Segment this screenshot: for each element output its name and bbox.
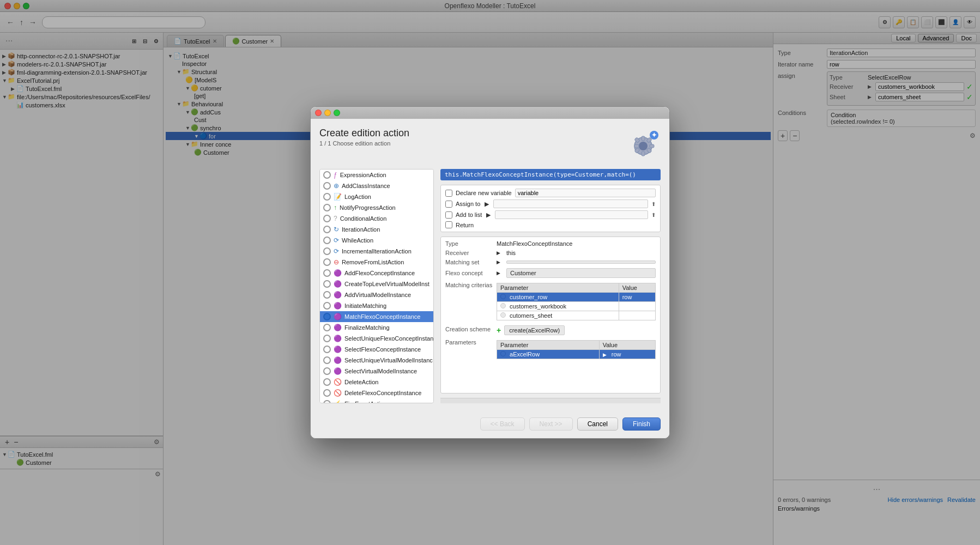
assign-to-input[interactable]	[493, 199, 648, 208]
action-dot	[323, 215, 331, 222]
notify-icon: ↑	[334, 204, 337, 211]
action-label: DeleteAction	[344, 379, 378, 385]
action-item-initiate[interactable]: 🟣 InitiateMatching	[320, 300, 433, 311]
create-edition-action-dialog: Create edition action 1 / 1 Choose editi…	[310, 106, 670, 439]
action-item-createtop[interactable]: 🟣 CreateTopLevelVirtualModelInst	[320, 278, 433, 289]
action-item-deleteflexo[interactable]: 🚫 DeleteFlexoConceptInstance	[320, 387, 433, 398]
action-item-iteration[interactable]: ↻ IterationAction	[320, 224, 433, 235]
action-dot	[323, 193, 331, 201]
matching-criterias-row: Matching criterias Parameter Value	[445, 281, 656, 320]
add-to-list-checkbox[interactable]	[445, 211, 452, 219]
matching-param-3: cutomers_sheet	[497, 311, 619, 320]
selflex-icon: 🟣	[334, 346, 342, 353]
params-row-1[interactable]: aExcelRow ▶ row	[497, 350, 656, 359]
addvirt-icon: 🟣	[334, 291, 342, 299]
dialog-max-btn[interactable]	[334, 110, 340, 116]
return-checkbox[interactable]	[445, 221, 452, 228]
log-icon: 📝	[334, 193, 342, 201]
matching-criterias-table-wrapper: Parameter Value customer_r	[497, 281, 656, 320]
expr-icon: ƒ	[334, 171, 337, 179]
action-item-while[interactable]: ⟳ WhileAction	[320, 235, 433, 246]
variable-input[interactable]	[515, 189, 656, 197]
detail-matching-set-label: Matching set	[445, 259, 494, 265]
matching-row-2[interactable]: customers_workbook	[497, 302, 656, 311]
matching-row-3[interactable]: cutomers_sheet	[497, 311, 656, 320]
action-label: ConditionalAction	[340, 215, 387, 222]
dialog-titlebar	[311, 107, 669, 119]
action-dot	[323, 237, 331, 244]
detail-type-value: MatchFlexoConceptInstance	[497, 240, 656, 247]
params-value-header: Value	[599, 341, 655, 350]
dialog-right-panel: this.MatchFlexoConceptInstance(type=Cust…	[440, 169, 661, 403]
action-item-addclass[interactable]: ⊕ AddClassInstance	[320, 180, 433, 191]
cancel-button[interactable]: Cancel	[577, 417, 618, 431]
createtop-icon: 🟣	[334, 280, 342, 288]
parameters-row: Parameters Parameter Value	[445, 338, 656, 359]
action-item-selectflexo[interactable]: 🟣 SelectFlexoConceptInstance	[320, 344, 433, 355]
params-bullet-1	[500, 351, 506, 356]
params-table: Parameter Value aExcelRow	[497, 340, 656, 359]
svg-rect-5	[650, 144, 654, 148]
action-item-delete[interactable]: 🚫 DeleteAction	[320, 377, 433, 387]
action-item-fireevent[interactable]: ⚡ FireEventAction	[320, 398, 433, 403]
declare-variable-row: Declare new variable	[445, 189, 656, 197]
action-item-removefromlist[interactable]: ⊖ RemoveFromListAction	[320, 257, 433, 268]
action-item-notify[interactable]: ↑ NotifyProgressAction	[320, 202, 433, 213]
dialog-scrollbar[interactable]	[440, 398, 661, 403]
detail-receiver-label: Receiver	[445, 250, 494, 256]
action-item-addflexo[interactable]: 🟣 AddFlexoConceptInstance	[320, 268, 433, 278]
action-item-finalize[interactable]: 🟣 FinalizeMatching	[320, 322, 433, 333]
dialog-gear-icon: ✦	[626, 128, 661, 162]
dialog-close-btn[interactable]	[315, 110, 322, 116]
detail-receiver-value: this	[506, 250, 656, 256]
detail-flexo-concept-label: Flexo concept	[445, 270, 494, 276]
assign-to-label: Assign to	[456, 201, 480, 207]
seluniq-icon: 🟣	[334, 335, 342, 342]
action-label: AddClassInstance	[342, 183, 390, 189]
return-row: Return	[445, 221, 656, 228]
add-to-list-arrow[interactable]: ▶	[485, 211, 492, 219]
assign-to-checkbox[interactable]	[445, 201, 452, 208]
assign-to-arrow[interactable]: ▶	[483, 201, 490, 208]
dialog-min-btn[interactable]	[324, 110, 331, 116]
action-label: IncrementalIterationAction	[342, 248, 412, 255]
action-item-selectunique[interactable]: 🟣 SelectUniqueFlexoConceptInstanc	[320, 333, 433, 344]
action-label: SelectFlexoConceptInstance	[344, 346, 421, 353]
action-item-selectuniqvirt[interactable]: 🟣 SelectUniqueVirtualModelInstanc	[320, 355, 433, 366]
finish-button[interactable]: Finish	[622, 417, 661, 431]
matching-row-1[interactable]: customer_row row	[497, 293, 656, 302]
add-to-list-input[interactable]	[495, 210, 648, 219]
svg-rect-4	[634, 144, 639, 148]
action-item-expression[interactable]: ƒ ExpressionAction	[320, 169, 433, 180]
action-item-selectvirt[interactable]: 🟣 SelectVirtualModelInstance	[320, 366, 433, 377]
flexo-concept-arrow: ▶	[497, 270, 502, 276]
back-button[interactable]: << Back	[480, 417, 525, 431]
assign-to-sort: ⬆	[651, 201, 656, 207]
params-param-1: aExcelRow	[497, 350, 600, 359]
matching-param-1: customer_row	[497, 293, 619, 302]
params-param-header: Parameter	[497, 341, 600, 350]
matching-value-2	[619, 302, 655, 311]
detail-matching-set-value	[506, 261, 656, 264]
next-button[interactable]: Next >>	[529, 417, 573, 431]
receiver-detail-arrow: ▶	[497, 250, 502, 256]
detail-receiver-row: Receiver ▶ this	[445, 250, 656, 256]
action-dot	[323, 335, 331, 342]
add-to-list-label: Add to list	[456, 211, 482, 218]
action-item-matchflexo[interactable]: 🟣 MatchFlexoConceptInstance	[320, 311, 433, 322]
action-item-incremental[interactable]: ⟳ IncrementalIterationAction	[320, 246, 433, 257]
action-label: SelectUniqueFlexoConceptInstanc	[344, 335, 434, 342]
dialog-content: ƒ ExpressionAction ⊕ AddClassInstance 📝 …	[319, 169, 661, 403]
action-dot	[323, 258, 331, 266]
action-label: AddVirtualModelInstance	[344, 292, 411, 298]
action-dot	[323, 182, 331, 190]
action-item-log[interactable]: 📝 LogAction	[320, 191, 433, 202]
add-icon: ⊕	[334, 182, 339, 190]
action-label: NotifyProgressAction	[340, 204, 396, 211]
params-table-wrapper: Parameter Value aExcelRow	[497, 338, 656, 359]
declare-variable-checkbox[interactable]	[445, 190, 452, 197]
action-item-conditional[interactable]: ? ConditionalAction	[320, 213, 433, 224]
action-item-addvirt[interactable]: 🟣 AddVirtualModelInstance	[320, 289, 433, 300]
detail-area: Type MatchFlexoConceptInstance Receiver …	[440, 237, 661, 393]
detail-flexo-concept-value: Customer	[506, 268, 656, 278]
